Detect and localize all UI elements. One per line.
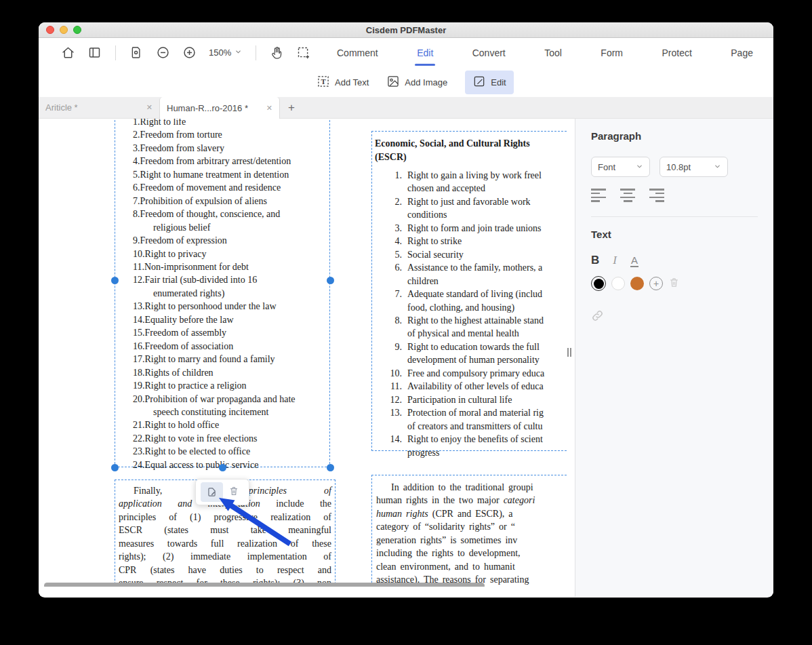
zoom-level-value: 150% xyxy=(209,47,231,58)
annotation-arrow xyxy=(211,493,300,554)
tab-comment[interactable]: Comment xyxy=(336,45,380,61)
add-image-label: Add Image xyxy=(405,77,447,87)
escr-line: 8.Right to the highest attainable stand xyxy=(375,314,567,327)
color-swatch-black-selected[interactable] xyxy=(591,276,606,291)
cpr-line: religious belief xyxy=(133,221,329,234)
cpr-line: 21.Right to hold office xyxy=(133,418,329,431)
add-image-button[interactable]: Add Image xyxy=(386,75,447,90)
cpr-line: 9.Freedom of expression xyxy=(133,234,329,247)
new-tab-button[interactable]: + xyxy=(280,97,303,118)
zoom-level-dropdown[interactable]: 150% xyxy=(209,47,242,58)
format-sidebar: Paragraph Font 10.8pt Text B I xyxy=(575,119,773,597)
escr-line: of creators and transmitters of cultu xyxy=(375,420,567,433)
text-box-addition-paragraph[interactable]: In addition to the traditional groupihum… xyxy=(371,475,567,587)
close-icon[interactable]: ✕ xyxy=(146,103,153,112)
edit-icon xyxy=(472,75,486,90)
splitter-grip[interactable] xyxy=(567,348,573,357)
font-dropdown[interactable]: Font xyxy=(591,157,650,177)
close-icon[interactable]: ✕ xyxy=(266,104,272,113)
divider xyxy=(591,216,758,217)
cpr-line: 17.Right to marry and found a family xyxy=(133,353,329,366)
font-size-dropdown[interactable]: 10.8pt xyxy=(659,157,728,177)
marquee-icon[interactable] xyxy=(296,45,310,60)
trash-icon xyxy=(668,277,680,288)
paragraph-line: category of “solidarity rights” or “ xyxy=(376,520,567,533)
tab-page[interactable]: Page xyxy=(729,45,754,61)
paragraph-line: generation rights” is sometimes inv xyxy=(376,534,567,547)
escr-heading: Economic, Social, and Cultural Rights xyxy=(375,137,567,151)
resize-handle-bottom-left[interactable] xyxy=(111,464,119,471)
tab-convert[interactable]: Convert xyxy=(471,45,507,61)
resize-handle-right[interactable] xyxy=(327,277,334,284)
doc-tab-label: Human-R...ro-2016 * xyxy=(167,103,261,113)
paragraph-section-title: Paragraph xyxy=(591,130,773,142)
link-button[interactable] xyxy=(591,309,773,325)
doc-tab-ariticle[interactable]: Ariticle * ✕ xyxy=(39,97,159,118)
panel-icon[interactable] xyxy=(87,45,102,60)
remove-color-button[interactable] xyxy=(668,277,680,291)
cpr-line: 19.Right to practice a religion xyxy=(133,379,329,392)
doc-tab-human-rights[interactable]: Human-R...ro-2016 * ✕ xyxy=(159,97,280,119)
zoom-in-icon[interactable] xyxy=(182,45,197,60)
cpr-line: 15.Freedom of assembly xyxy=(133,326,329,339)
svg-text:T: T xyxy=(321,77,326,85)
color-swatch-orange[interactable] xyxy=(630,277,644,290)
document-tab-bar: Ariticle * ✕ Human-R...ro-2016 * ✕ + xyxy=(39,97,773,119)
tab-protect[interactable]: Protect xyxy=(660,45,693,61)
cpr-line: 1.Right to life xyxy=(133,119,329,128)
link-icon xyxy=(591,309,604,322)
cpr-line: 16.Freedom of association xyxy=(133,340,329,353)
escr-line: 1.Right to gain a living by work freel xyxy=(375,169,567,182)
home-icon[interactable] xyxy=(61,45,75,60)
tab-form[interactable]: Form xyxy=(599,45,624,61)
add-text-button[interactable]: T Add Text xyxy=(317,75,369,90)
edit-mode-button[interactable]: Edit xyxy=(465,71,513,94)
doc-tab-label: Ariticle * xyxy=(45,102,141,113)
cpr-line: 4.Freedom from arbitrary arrest/detentio… xyxy=(133,155,329,168)
italic-button[interactable]: I xyxy=(613,254,617,267)
resize-handle-bottom-right[interactable] xyxy=(327,464,334,471)
window-title: Cisdem PDFMaster xyxy=(39,25,773,35)
cpr-line: 10.Right to privacy xyxy=(133,248,329,260)
titlebar: Cisdem PDFMaster xyxy=(39,22,773,38)
tab-edit[interactable]: Edit xyxy=(415,45,434,61)
resize-handle-left[interactable] xyxy=(111,277,119,284)
tab-tool[interactable]: Tool xyxy=(543,45,563,61)
align-left-icon[interactable] xyxy=(591,189,606,202)
horizontal-scrollbar[interactable] xyxy=(44,583,485,587)
escr-line: progress xyxy=(375,446,567,459)
escr-line: conditions xyxy=(375,208,567,221)
escr-line: 6.Assistance to the family, mothers, a xyxy=(375,261,567,274)
chevron-down-icon xyxy=(714,162,721,172)
escr-line: 5.Social security xyxy=(375,248,567,261)
text-box-escr-list[interactable]: Economic, Social, and Cultural Rights (E… xyxy=(371,131,567,451)
escr-line: 9.Right to education towards the full xyxy=(375,340,567,353)
hand-icon[interactable] xyxy=(270,45,284,60)
cpr-line: 7.Prohibition of expulsion of aliens xyxy=(133,195,329,208)
zoom-out-icon[interactable] xyxy=(156,45,170,60)
resize-handle-bottom-center[interactable] xyxy=(219,464,226,471)
bold-button[interactable]: B xyxy=(591,254,599,267)
underline-color-button[interactable]: A xyxy=(630,254,638,267)
edit-subtoolbar: T Add Text Add Image Edit xyxy=(39,67,773,97)
align-right-icon[interactable] xyxy=(649,189,664,202)
text-box-cpr-list[interactable]: 1.Right to life2.Freedom from torture3.F… xyxy=(115,119,330,467)
escr-line: 11.Availability of other levels of educa xyxy=(375,380,567,393)
align-center-icon[interactable] xyxy=(620,189,635,202)
document-viewport[interactable]: 1.Right to life2.Freedom from torture3.F… xyxy=(39,119,575,597)
escr-line: food, clothing, and housing) xyxy=(375,301,567,314)
divider xyxy=(115,45,116,60)
text-section-title: Text xyxy=(591,229,773,240)
cpr-line: speech constituting incitement xyxy=(133,406,329,418)
paragraph-line: clean environment, and to humanit xyxy=(376,560,567,573)
cpr-line: 18.Rights of children xyxy=(133,366,329,379)
paragraph-line: human rights (CPR and ESCR), a xyxy=(376,507,567,520)
color-swatch-white[interactable] xyxy=(611,277,625,290)
divider xyxy=(256,45,256,60)
cpr-line: 6.Freedom of movement and residence xyxy=(133,181,329,194)
fit-page-icon[interactable] xyxy=(129,45,144,60)
escr-heading: (ESCR) xyxy=(375,151,567,164)
escr-line: children xyxy=(375,275,567,288)
add-color-button[interactable]: + xyxy=(649,277,663,290)
cpr-line: 20.Prohibition of war propaganda and hat… xyxy=(133,393,329,406)
